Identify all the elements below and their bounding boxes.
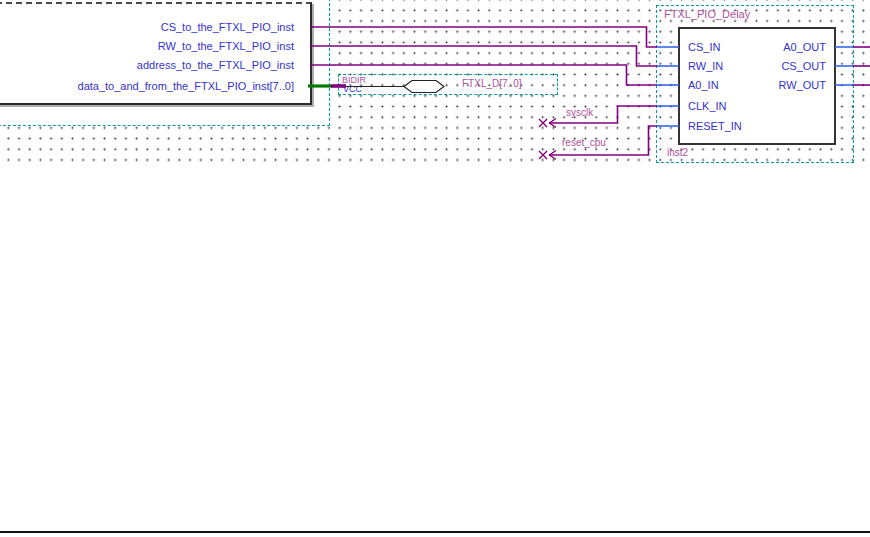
net-label-reset-cpu[interactable]: reset_cpu [562,137,606,148]
wire-cs[interactable] [310,27,657,47]
bidir-pin-icon[interactable] [404,81,444,93]
dangling-ends [539,119,556,160]
wire-address[interactable] [310,65,657,85]
wire-rw[interactable] [310,46,657,66]
schematic-canvas: CS_to_the_FTXL_PIO_inst RW_to_the_FTXL_P… [0,0,870,537]
pin-stubs [657,47,853,126]
net-label-sysclk[interactable]: sysclk [566,107,593,118]
x-mark-reset-icon [539,151,547,159]
net-wires[interactable] [310,27,870,155]
x-mark-sysclk-icon [539,119,547,127]
bottom-divider [0,531,870,533]
wire-layer [0,0,870,170]
